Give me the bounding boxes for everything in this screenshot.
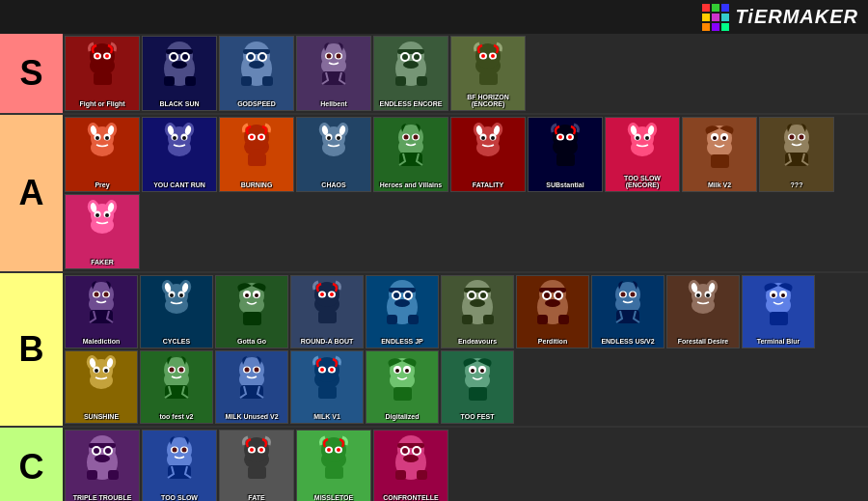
- tiermaker-logo: TiERMAKER: [702, 4, 858, 31]
- svg-point-40: [414, 54, 420, 60]
- svg-point-274: [480, 369, 484, 373]
- svg-point-281: [94, 448, 99, 454]
- svg-point-92: [403, 135, 408, 140]
- item-icon: [143, 37, 216, 93]
- logo-grid-icon: [702, 4, 729, 31]
- svg-rect-19: [243, 49, 270, 54]
- logo-cell: [721, 14, 729, 21]
- svg-rect-196: [483, 315, 494, 324]
- item-icon: [291, 351, 363, 405]
- tier-list: TiERMAKER S Fight or Flight BLA: [0, 0, 868, 501]
- item-label: Digitalized: [366, 413, 438, 421]
- tier-item: YOU CANT RUN: [142, 117, 217, 192]
- item-label: FATALITY: [451, 181, 525, 189]
- svg-point-167: [245, 293, 249, 297]
- item-label: Malediction: [66, 338, 137, 346]
- item-icon: [141, 351, 212, 405]
- svg-rect-77: [248, 153, 266, 166]
- item-icon: [366, 276, 438, 330]
- svg-point-93: [413, 135, 418, 140]
- item-icon: [216, 276, 287, 330]
- svg-rect-275: [469, 387, 487, 401]
- item-label: Perdition: [517, 338, 588, 346]
- item-label: MILK Unused V2: [216, 413, 287, 421]
- svg-point-298: [259, 448, 263, 452]
- tier-item: MILK V1: [290, 350, 364, 424]
- tier-item: Heroes and Villains: [373, 117, 448, 192]
- tier-item: ENDLESS US/V2: [591, 275, 665, 348]
- item-label: FATE: [220, 494, 293, 501]
- item-icon: [442, 276, 513, 330]
- tier-items-a: Prey YOU CANT RUN BURNING: [63, 115, 868, 271]
- svg-point-260: [330, 368, 334, 372]
- svg-point-273: [471, 369, 475, 373]
- item-label: ENDLESS ENCORE: [374, 100, 448, 108]
- item-icon: [220, 37, 293, 93]
- svg-rect-36: [397, 49, 424, 54]
- item-label: GODSPEED: [220, 100, 293, 108]
- tier-item: Terminal Blur: [742, 275, 815, 348]
- svg-point-240: [104, 369, 108, 373]
- svg-rect-179: [389, 288, 416, 292]
- item-icon: [291, 276, 363, 330]
- tier-row-c: C TRIPLE TROUBLE TOO SLOW: [0, 428, 868, 501]
- item-label: Heroes and Villains: [374, 181, 448, 189]
- svg-rect-230: [770, 312, 788, 325]
- svg-rect-278: [89, 443, 116, 448]
- svg-point-22: [248, 54, 254, 60]
- svg-rect-199: [539, 288, 566, 292]
- svg-point-39: [402, 54, 408, 60]
- tier-item: Prey: [65, 117, 140, 192]
- svg-point-175: [330, 292, 334, 296]
- item-icon: [141, 276, 212, 330]
- item-label: SUNSHINE: [66, 413, 137, 421]
- svg-point-252: [244, 368, 249, 373]
- svg-point-24: [249, 61, 264, 69]
- svg-point-49: [491, 54, 495, 58]
- svg-rect-268: [393, 387, 412, 401]
- item-icon: [143, 431, 216, 487]
- svg-point-75: [250, 135, 254, 139]
- svg-point-151: [103, 292, 108, 297]
- item-icon: [451, 118, 525, 174]
- svg-point-41: [403, 61, 419, 69]
- tier-items-c: TRIPLE TROUBLE TOO SLOW FATE: [63, 428, 868, 501]
- svg-point-13: [182, 54, 188, 60]
- item-label: ???: [760, 181, 833, 189]
- svg-point-23: [259, 54, 265, 60]
- svg-rect-15: [164, 76, 175, 86]
- tier-item: too fest v2: [140, 350, 213, 424]
- svg-point-253: [254, 368, 258, 373]
- tier-row-s: S Fight or Flight BLACK SUN: [0, 34, 868, 115]
- svg-point-161: [170, 293, 174, 297]
- logo-cell: [721, 4, 729, 12]
- item-label: Gotta Go: [216, 338, 287, 346]
- item-label: TOO SLOW (ENCORE): [606, 175, 679, 189]
- item-icon: [517, 276, 588, 330]
- header: TiERMAKER: [0, 0, 868, 34]
- item-icon: [743, 276, 814, 330]
- svg-point-313: [414, 448, 420, 454]
- svg-rect-128: [711, 154, 729, 168]
- svg-point-14: [172, 61, 187, 69]
- svg-point-4: [95, 54, 99, 58]
- item-icon: [592, 276, 664, 330]
- tier-label-c: C: [0, 428, 63, 501]
- item-icon: [220, 118, 293, 174]
- svg-point-5: [105, 54, 109, 58]
- item-label: SUBstantial: [529, 181, 602, 189]
- item-icon: [667, 276, 739, 330]
- item-icon: [66, 431, 139, 487]
- logo-cell: [712, 23, 719, 31]
- logo-cell: [702, 14, 710, 21]
- tier-item: ENDLESS ENCORE: [373, 36, 448, 111]
- svg-rect-206: [558, 315, 569, 324]
- svg-point-121: [645, 136, 649, 140]
- tier-item: Gotta Go: [215, 275, 288, 348]
- svg-point-314: [403, 455, 419, 462]
- svg-rect-309: [397, 443, 424, 448]
- svg-point-168: [255, 293, 258, 297]
- svg-point-60: [105, 136, 109, 140]
- svg-point-110: [568, 135, 572, 139]
- item-icon: [66, 195, 139, 251]
